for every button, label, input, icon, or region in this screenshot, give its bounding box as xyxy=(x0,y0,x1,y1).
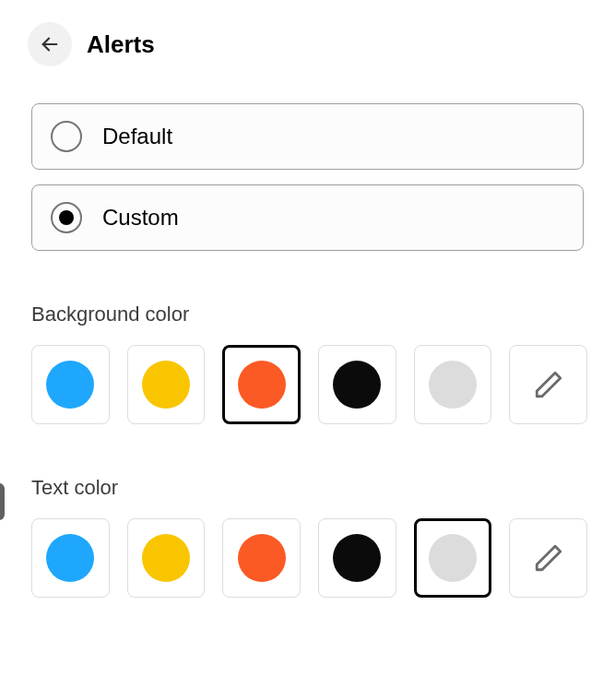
page-title: Alerts xyxy=(87,30,155,59)
color-dot-icon xyxy=(142,361,190,409)
back-button[interactable] xyxy=(28,22,72,66)
background-swatch[interactable] xyxy=(222,345,301,424)
radio-circle-icon xyxy=(51,202,82,233)
background-custom-swatch[interactable] xyxy=(509,345,587,424)
text-color-label: Text color xyxy=(28,476,587,500)
text-swatch[interactable] xyxy=(318,518,396,598)
arrow-left-icon xyxy=(40,34,60,54)
color-dot-icon xyxy=(238,361,286,409)
text-swatch-row xyxy=(28,518,587,598)
radio-label-custom: Custom xyxy=(102,205,179,231)
color-dot-icon xyxy=(429,361,477,409)
text-swatch[interactable] xyxy=(414,518,492,598)
background-swatch-row xyxy=(28,345,587,424)
radio-option-default[interactable]: Default xyxy=(31,103,584,170)
color-dot-icon xyxy=(429,534,477,582)
color-dot-icon xyxy=(46,534,94,582)
color-dot-icon xyxy=(142,534,190,582)
radio-label-default: Default xyxy=(102,124,172,149)
text-swatch[interactable] xyxy=(31,518,110,598)
color-dot-icon xyxy=(333,361,381,409)
background-swatch[interactable] xyxy=(127,345,206,424)
pencil-icon xyxy=(533,369,564,400)
header: Alerts xyxy=(28,22,587,66)
background-swatch[interactable] xyxy=(31,345,110,424)
style-radio-group: Default Custom xyxy=(28,103,587,251)
background-swatch[interactable] xyxy=(318,345,396,424)
color-dot-icon xyxy=(46,361,94,409)
text-custom-swatch[interactable] xyxy=(509,518,587,598)
side-handle-icon xyxy=(0,483,5,520)
radio-option-custom[interactable]: Custom xyxy=(31,184,584,251)
pencil-icon xyxy=(533,542,564,574)
text-swatch[interactable] xyxy=(222,518,301,598)
radio-dot-icon xyxy=(59,210,74,225)
radio-circle-icon xyxy=(51,121,82,152)
color-dot-icon xyxy=(238,534,286,582)
background-swatch[interactable] xyxy=(414,345,492,424)
background-color-label: Background color xyxy=(28,303,587,326)
text-swatch[interactable] xyxy=(127,518,206,598)
color-dot-icon xyxy=(333,534,381,582)
